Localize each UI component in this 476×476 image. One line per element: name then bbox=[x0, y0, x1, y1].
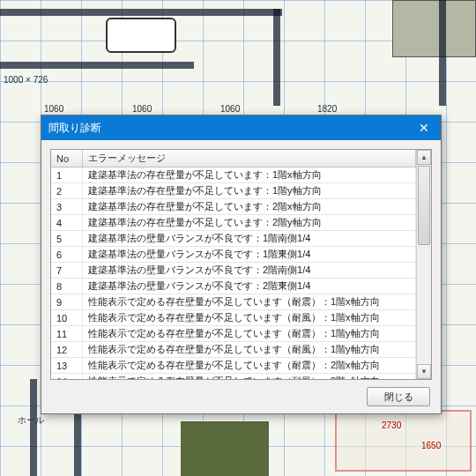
table-row[interactable]: 2建築基準法の存在壁量が不足しています：1階y軸方向 bbox=[51, 183, 416, 199]
table-row[interactable]: 8建築基準法の壁量バランスが不良です：2階東側1/4 bbox=[51, 279, 416, 294]
cell-message: 性能表示で定める存在壁量が不足しています（耐風）：1階x軸方向 bbox=[83, 310, 416, 325]
table-body: 1建築基準法の存在壁量が不足しています：1階x軸方向2建築基準法の存在壁量が不足… bbox=[51, 167, 416, 379]
table-row[interactable]: 5建築基準法の壁量バランスが不良です：1階南側1/4 bbox=[51, 231, 416, 247]
cell-no: 10 bbox=[51, 310, 83, 325]
error-table: No エラーメッセージ 1建築基準法の存在壁量が不足しています：1階x軸方向2建… bbox=[50, 149, 432, 380]
cell-message: 建築基準法の存在壁量が不足しています：1階y軸方向 bbox=[83, 183, 416, 198]
cell-no: 3 bbox=[51, 199, 83, 214]
cell-no: 2 bbox=[51, 183, 83, 198]
table-row[interactable]: 14性能表示で定める存在壁量が不足しています（耐風）：2階x軸方向 bbox=[51, 374, 416, 379]
cell-no: 12 bbox=[51, 342, 83, 357]
cell-message: 建築基準法の壁量バランスが不良です：1階南側1/4 bbox=[83, 231, 416, 246]
table-row[interactable]: 13性能表示で定める存在壁量が不足しています（耐震）：2階x軸方向 bbox=[51, 358, 416, 374]
dim-2730: 2730 bbox=[382, 420, 401, 430]
table-row[interactable]: 11性能表示で定める存在壁量が不足しています（耐震）：1階y軸方向 bbox=[51, 326, 416, 342]
col-header-no[interactable]: No bbox=[51, 150, 83, 167]
table-header: No エラーメッセージ bbox=[51, 150, 416, 167]
table-row[interactable]: 10性能表示で定める存在壁量が不足しています（耐風）：1階x軸方向 bbox=[51, 310, 416, 326]
cell-no: 11 bbox=[51, 326, 83, 341]
cell-no: 14 bbox=[51, 374, 83, 379]
table-row[interactable]: 9性能表示で定める存在壁量が不足しています（耐震）：1階x軸方向 bbox=[51, 294, 416, 310]
dim-1820: 1820 bbox=[317, 104, 337, 114]
dialog-titlebar[interactable]: 間取り診断 ✕ bbox=[41, 115, 441, 140]
cell-no: 1 bbox=[51, 167, 83, 182]
chevron-down-icon: ▼ bbox=[420, 368, 428, 376]
dim-1060b: 1060 bbox=[132, 104, 152, 114]
cell-message: 性能表示で定める存在壁量が不足しています（耐震）：2階x軸方向 bbox=[83, 358, 416, 373]
cell-no: 8 bbox=[51, 279, 83, 294]
close-dialog-button[interactable]: 閉じる bbox=[367, 387, 430, 406]
dialog-footer: 閉じる bbox=[41, 380, 441, 413]
table-row[interactable]: 12性能表示で定める存在壁量が不足しています（耐風）：1階y軸方向 bbox=[51, 342, 416, 358]
col-header-message[interactable]: エラーメッセージ bbox=[83, 150, 416, 167]
vertical-scrollbar[interactable]: ▲ ▼ bbox=[416, 150, 431, 379]
dim-1060a: 1060 bbox=[44, 104, 63, 114]
dim-1000x726: 1000 × 726 bbox=[4, 75, 48, 85]
cell-message: 建築基準法の壁量バランスが不良です：2階南側1/4 bbox=[83, 263, 416, 278]
table-row[interactable]: 6建築基準法の壁量バランスが不良です：1階東側1/4 bbox=[51, 247, 416, 263]
table-row[interactable]: 4建築基準法の存在壁量が不足しています：2階y軸方向 bbox=[51, 215, 416, 231]
dim-1060c: 1060 bbox=[220, 104, 240, 114]
diagnosis-dialog: 間取り診断 ✕ No エラーメッセージ 1建築基準法の存在壁量が不足しています：… bbox=[41, 115, 442, 414]
scrollbar-thumb[interactable] bbox=[418, 166, 430, 245]
cell-message: 建築基準法の存在壁量が不足しています：2階x軸方向 bbox=[83, 199, 416, 214]
chevron-up-icon: ▲ bbox=[420, 153, 428, 161]
scroll-up-button[interactable]: ▲ bbox=[417, 150, 431, 165]
dim-1650: 1650 bbox=[421, 441, 441, 450]
close-button-label: 閉じる bbox=[384, 390, 413, 404]
cell-message: 性能表示で定める存在壁量が不足しています（耐風）：1階y軸方向 bbox=[83, 342, 416, 357]
cell-no: 5 bbox=[51, 231, 83, 246]
cell-no: 6 bbox=[51, 247, 83, 262]
cell-message: 性能表示で定める存在壁量が不足しています（耐震）：1階y軸方向 bbox=[83, 326, 416, 341]
cell-message: 性能表示で定める存在壁量が不足しています（耐風）：2階x軸方向 bbox=[83, 374, 416, 379]
cell-message: 建築基準法の壁量バランスが不良です：2階東側1/4 bbox=[83, 279, 416, 294]
label-hall: ホール bbox=[18, 414, 44, 427]
cell-message: 性能表示で定める存在壁量が不足しています（耐震）：1階x軸方向 bbox=[83, 294, 416, 309]
cell-message: 建築基準法の壁量バランスが不良です：1階東側1/4 bbox=[83, 247, 416, 262]
table-row[interactable]: 7建築基準法の壁量バランスが不良です：2階南側1/4 bbox=[51, 263, 416, 279]
cell-no: 13 bbox=[51, 358, 83, 373]
cell-message: 建築基準法の存在壁量が不足しています：2階y軸方向 bbox=[83, 215, 416, 230]
table-row[interactable]: 3建築基準法の存在壁量が不足しています：2階x軸方向 bbox=[51, 199, 416, 215]
cell-no: 7 bbox=[51, 263, 83, 278]
table-row[interactable]: 1建築基準法の存在壁量が不足しています：1階x軸方向 bbox=[51, 167, 416, 183]
dialog-title: 間取り診断 bbox=[48, 121, 101, 136]
cell-no: 9 bbox=[51, 294, 83, 309]
cell-message: 建築基準法の存在壁量が不足しています：1階x軸方向 bbox=[83, 167, 416, 182]
cell-no: 4 bbox=[51, 215, 83, 230]
close-button[interactable]: ✕ bbox=[407, 115, 441, 140]
scroll-down-button[interactable]: ▼ bbox=[417, 364, 431, 379]
close-icon: ✕ bbox=[419, 121, 429, 135]
